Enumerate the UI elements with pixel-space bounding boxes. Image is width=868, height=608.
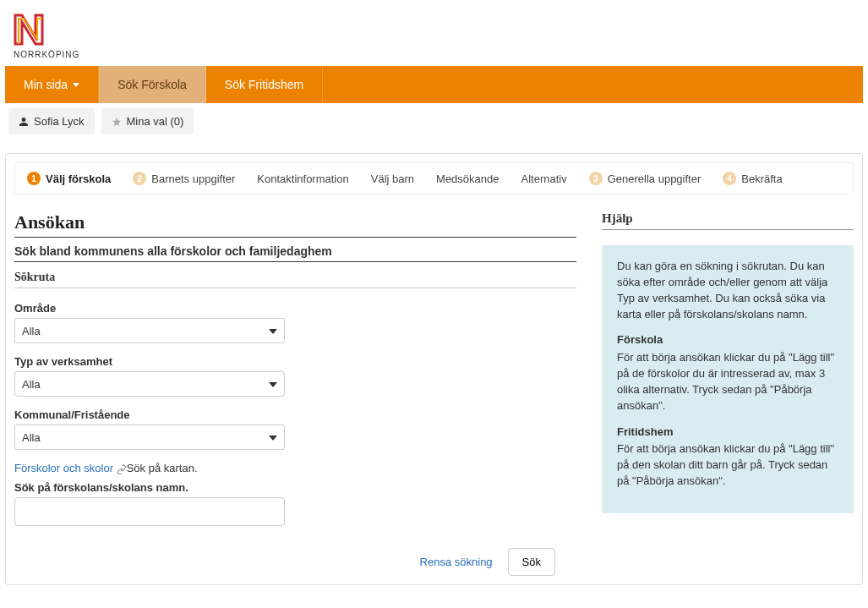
name-search-label: Sök på förskolans/skolans namn. — [14, 481, 285, 494]
step-valj-barn[interactable]: Välj barn — [371, 173, 414, 185]
help-forskola-text: För att börja ansökan klickar du på "Läg… — [617, 351, 834, 412]
link-icon — [117, 464, 127, 474]
brand-name: NORRKÖPING — [14, 50, 79, 59]
step-barnets-uppgifter[interactable]: 2Barnets uppgifter — [133, 172, 235, 185]
help-fritids-heading: Fritidshem — [617, 425, 838, 441]
brand-logo: NORRKÖPING — [5, 8, 863, 66]
step-generella[interactable]: 3Generella uppgifter — [589, 172, 701, 185]
help-box: Du kan göra en sökning i sökrutan. Du ka… — [602, 245, 854, 513]
kommunal-label: Kommunal/Fristående — [14, 408, 285, 421]
help-intro: Du kan göra en sökning i sökrutan. Du ka… — [617, 259, 838, 322]
typ-label: Typ av verksamhet — [14, 355, 285, 368]
kommunal-select[interactable]: Alla — [14, 425, 285, 450]
user-icon — [19, 117, 29, 127]
progress-steps: 1Välj förskola 2Barnets uppgifter Kontak… — [14, 162, 854, 194]
chevron-down-icon — [73, 83, 79, 87]
divider — [14, 237, 576, 238]
omrade-label: Område — [14, 302, 285, 315]
favorites-pill[interactable]: Mina val (0) — [101, 108, 194, 134]
nav-sok-fritidshem[interactable]: Sök Fritidshem — [206, 66, 323, 103]
user-name: Sofia Lyck — [34, 115, 85, 128]
typ-select[interactable]: Alla — [14, 371, 285, 397]
step-bekrafta[interactable]: 4Bekräfta — [723, 172, 782, 185]
map-link-row: Förskolor och skolor Sök på kartan. — [14, 462, 576, 474]
help-title: Hjälp — [602, 211, 854, 226]
favorites-label: Mina val (0) — [127, 115, 184, 128]
help-forskola-heading: Förskola — [617, 332, 838, 348]
nav-sok-forskola[interactable]: Sök Förskola — [99, 66, 206, 103]
divider — [14, 261, 576, 262]
clear-search-link[interactable]: Rensa sökning — [420, 556, 493, 568]
nav-min-sida[interactable]: Min sida — [5, 66, 99, 103]
divider — [14, 288, 576, 288]
star-icon — [112, 117, 122, 127]
forskolor-link[interactable]: Förskolor och skolor — [14, 462, 113, 474]
help-fritids-text: För att börja ansökan klickar du på "Läg… — [617, 442, 834, 487]
sub-nav: Sofia Lyck Mina val (0) — [5, 103, 863, 140]
divider — [602, 229, 854, 230]
step-medsokande[interactable]: Medsökande — [436, 173, 499, 185]
map-search-text: Sök på kartan. — [127, 462, 198, 474]
step-valj-forskola[interactable]: 1Välj förskola — [27, 172, 111, 185]
panel-title: Sökruta — [14, 271, 576, 284]
name-search-input[interactable] — [14, 497, 285, 526]
norrkoping-logo-icon — [14, 12, 51, 46]
user-pill[interactable]: Sofia Lyck — [8, 108, 95, 134]
page-subtitle: Sök bland kommunens alla förskolor och f… — [14, 244, 576, 258]
main-nav: Min sida Sök Förskola Sök Fritidshem — [5, 66, 863, 103]
step-alternativ[interactable]: Alternativ — [521, 173, 567, 185]
omrade-select[interactable]: Alla — [14, 318, 285, 343]
search-button[interactable]: Sök — [508, 548, 555, 576]
step-kontaktinfo[interactable]: Kontaktinformation — [257, 173, 348, 185]
page-title: Ansökan — [14, 211, 576, 233]
